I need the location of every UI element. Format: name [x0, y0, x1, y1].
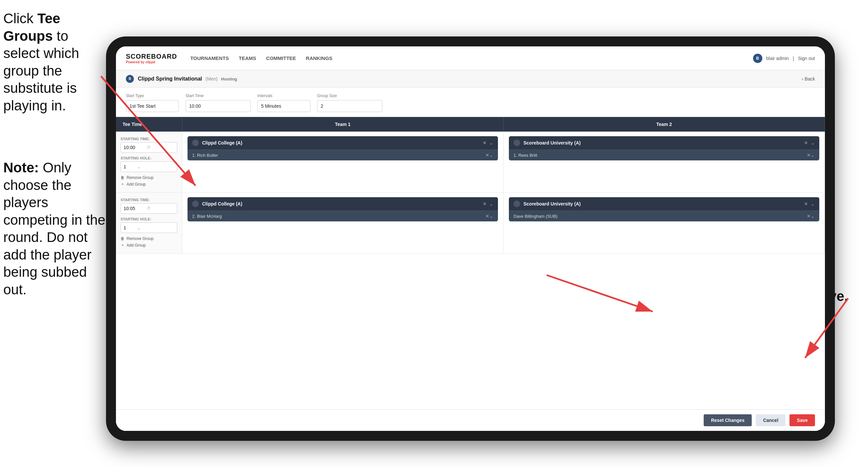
tablet-screen: SCOREBOARD Powered by clippd TOURNAMENTS…	[116, 47, 825, 431]
chevron-team-1-2[interactable]: ⌄	[811, 140, 815, 146]
hosting-badge: Hosting	[221, 77, 237, 82]
time-input-2[interactable]	[124, 206, 147, 211]
sign-out-link[interactable]: Sign out	[798, 56, 815, 61]
start-type-group: Start Type 1st Tee Start	[126, 93, 179, 112]
plus-icon-1: ＋	[121, 181, 125, 187]
time-input-1[interactable]	[124, 145, 147, 150]
chevron-player-1-1-0[interactable]: ⌄	[489, 152, 493, 158]
sub-avatar: B	[126, 75, 134, 83]
team-entry-1-1[interactable]: Clippd College (A) ✕ ⌄ 1. Rich Butler ✕	[187, 136, 498, 160]
team-entry-2-2[interactable]: Scoreboard University (A) ✕ ⌄ Dave Billi…	[509, 197, 819, 222]
player-name-2-1-0: 2. Blair McHarg	[192, 214, 485, 219]
player-entry-1-1-0[interactable]: 1. Rich Butler ✕ ⌄	[187, 149, 498, 160]
reset-changes-button[interactable]: Reset Changes	[704, 414, 752, 426]
user-area: B blair admin | Sign out	[753, 54, 815, 63]
chevron-team-2-1[interactable]: ⌄	[489, 201, 493, 206]
time-cell-1: STARTING TIME: ⏱ STARTING HOLE: ⌄	[116, 132, 182, 192]
remove-group-button-2[interactable]: 🗑 Remove Group	[121, 236, 177, 241]
save-button[interactable]: Save	[789, 414, 815, 426]
team-entry-2-1[interactable]: Clippd College (A) ✕ ⌄ 2. Blair McHarg ✕	[187, 197, 498, 222]
table-row: STARTING TIME: ⏱ STARTING HOLE: ⌄	[116, 132, 825, 193]
remove-player-2-2-0[interactable]: ✕	[807, 213, 811, 219]
team-icon-2-1	[192, 201, 199, 207]
team-entry-header-2-2: Scoreboard University (A) ✕ ⌄	[509, 197, 819, 210]
remove-player-1-1-0[interactable]: ✕	[485, 152, 489, 158]
table-row: STARTING TIME: ⏱ STARTING HOLE: ⌄	[116, 193, 825, 254]
add-group-button-2[interactable]: ＋ Add Group	[121, 242, 177, 248]
team-icon-1-2	[514, 140, 520, 146]
team-entry-1-2[interactable]: Scoreboard University (A) ✕ ⌄ 1. Rees Br…	[509, 136, 819, 160]
subheader: B Clippd Spring Invitational (Men) Hosti…	[116, 70, 825, 88]
player-entry-1-2-0[interactable]: 1. Rees Britt ✕ ⌄	[509, 149, 819, 160]
remove-player-2-1-0[interactable]: ✕	[485, 213, 489, 219]
team-icon-1-1	[192, 140, 199, 146]
clock-icon-1: ⏱	[147, 145, 151, 150]
time-input-wrap-1[interactable]: ⏱	[121, 142, 177, 153]
chevron-team-2-2[interactable]: ⌄	[811, 201, 815, 206]
hole-input-1[interactable]	[124, 164, 137, 169]
trash-icon-2: 🗑	[121, 236, 125, 241]
team-controls-1-2: ✕ ⌄	[804, 140, 815, 146]
chevron-team-1-1[interactable]: ⌄	[489, 140, 493, 146]
remove-team-2-1[interactable]: ✕	[483, 201, 487, 206]
team2-cell-1: Scoreboard University (A) ✕ ⌄ 1. Rees Br…	[503, 132, 825, 192]
hole-input-2[interactable]	[124, 225, 137, 230]
player-entry-2-2-0[interactable]: Dave Billingham (SUB) ✕ ⌄	[509, 210, 819, 222]
team-name-2-1: Clippd College (A)	[202, 201, 483, 206]
start-time-input[interactable]	[186, 100, 251, 112]
separator: |	[793, 56, 794, 61]
back-link[interactable]: ‹ Back	[802, 76, 815, 82]
cancel-button[interactable]: Cancel	[756, 414, 785, 426]
brand-logo: SCOREBOARD Powered by clippd	[126, 53, 177, 64]
hole-input-wrap-1[interactable]: ⌄	[121, 162, 177, 172]
table-header: Tee Time Team 1 Team 2	[116, 117, 825, 132]
nav-teams[interactable]: TEAMS	[239, 54, 256, 62]
th-team2: Team 2	[503, 117, 825, 132]
remove-team-1-1[interactable]: ✕	[483, 140, 487, 146]
tablet-frame: SCOREBOARD Powered by clippd TOURNAMENTS…	[106, 36, 835, 441]
intervals-select[interactable]: 5 Minutes	[257, 100, 310, 112]
main-content: Start Type 1st Tee Start Start Time Inte…	[116, 88, 825, 431]
chevron-player-2-2-0[interactable]: ⌄	[811, 213, 815, 219]
intervals-group: Intervals 5 Minutes	[257, 93, 310, 112]
instruction-main: Click Tee Groups to select which group t…	[3, 10, 106, 114]
team-name-2-2: Scoreboard University (A)	[523, 201, 804, 206]
remove-team-2-2[interactable]: ✕	[804, 201, 808, 206]
tee-table: Tee Time Team 1 Team 2 STARTING TIME: ⏱	[116, 117, 825, 409]
group-size-group: Group Size	[317, 93, 382, 112]
group-size-input[interactable]	[317, 100, 382, 112]
nav-rankings[interactable]: RANKINGS	[306, 54, 332, 62]
trash-icon-1: 🗑	[121, 175, 125, 180]
starting-time-label-2: STARTING TIME:	[121, 198, 177, 202]
player-entry-2-1-0[interactable]: 2. Blair McHarg ✕ ⌄	[187, 210, 498, 222]
plus-icon-2: ＋	[121, 242, 125, 248]
nav-tournaments[interactable]: TOURNAMENTS	[190, 54, 228, 62]
add-group-button-1[interactable]: ＋ Add Group	[121, 181, 177, 187]
settings-row: Start Type 1st Tee Start Start Time Inte…	[116, 88, 825, 117]
remove-group-button-1[interactable]: 🗑 Remove Group	[121, 175, 177, 180]
time-input-wrap-2[interactable]: ⏱	[121, 203, 177, 214]
chevron-player-2-1-0[interactable]: ⌄	[489, 213, 493, 219]
hole-chevron-2[interactable]: ⌄	[137, 225, 141, 230]
tournament-name: Clippd Spring Invitational (Men) Hosting	[138, 76, 237, 82]
team-entry-header-1-2: Scoreboard University (A) ✕ ⌄	[509, 136, 819, 149]
start-type-select[interactable]: 1st Tee Start	[126, 100, 179, 112]
chevron-player-1-2-0[interactable]: ⌄	[811, 152, 815, 158]
hole-chevron-1[interactable]: ⌄	[137, 164, 141, 169]
nav-committee[interactable]: COMMITTEE	[266, 54, 296, 62]
starting-time-label-1: STARTING TIME:	[121, 137, 177, 141]
team-name-1-2: Scoreboard University (A)	[523, 140, 804, 146]
team-controls-1-1: ✕ ⌄	[483, 140, 493, 146]
user-name: blair admin	[766, 56, 789, 61]
remove-team-1-2[interactable]: ✕	[804, 140, 808, 146]
th-team1: Team 1	[182, 117, 503, 132]
team-entry-header-2-1: Clippd College (A) ✕ ⌄	[187, 197, 498, 210]
hole-label-2: STARTING HOLE:	[121, 217, 177, 221]
table-body: STARTING TIME: ⏱ STARTING HOLE: ⌄	[116, 132, 825, 409]
subheader-left: B Clippd Spring Invitational (Men) Hosti…	[126, 75, 802, 83]
team1-cell-2: Clippd College (A) ✕ ⌄ 2. Blair McHarg ✕	[182, 193, 503, 253]
hole-input-wrap-2[interactable]: ⌄	[121, 223, 177, 233]
remove-player-1-2-0[interactable]: ✕	[807, 152, 811, 158]
start-time-label: Start Time	[186, 93, 251, 98]
intervals-label: Intervals	[257, 93, 310, 98]
